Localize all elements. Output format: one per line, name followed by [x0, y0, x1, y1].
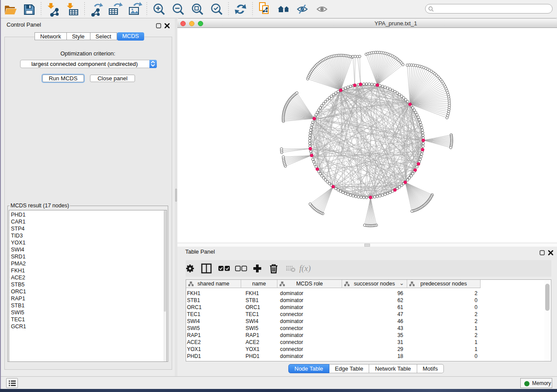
svg-text:f(x): f(x) [299, 264, 311, 273]
